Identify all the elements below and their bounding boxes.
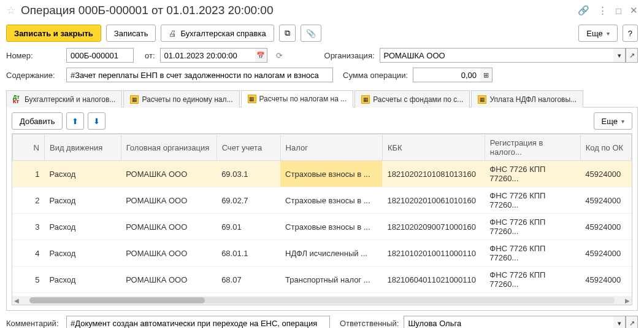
col-reg[interactable]: Регистрация в налого...	[485, 135, 580, 161]
cell-org[interactable]: РОМАШКА ООО	[121, 267, 217, 293]
org-dropdown-icon[interactable]: ▾	[613, 48, 626, 63]
cell-acct[interactable]: 69.01	[217, 214, 280, 240]
org-input[interactable]	[380, 48, 613, 63]
table-row[interactable]: 4РасходРОМАШКА ООО68.01.1НДФЛ исчисленны…	[13, 240, 632, 267]
cell-org[interactable]: РОМАШКА ООО	[121, 240, 217, 267]
table-row[interactable]: 1РасходРОМАШКА ООО69.03.1Страховые взнос…	[13, 161, 632, 187]
scroll-thumb[interactable]	[29, 297, 205, 303]
cell-code[interactable]: 45924000	[580, 267, 631, 293]
table-more-button[interactable]: Еще	[594, 112, 632, 130]
copy-button[interactable]: ⧉	[279, 25, 296, 42]
save-button[interactable]: Записать	[106, 25, 156, 42]
cell-code[interactable]: 45924000	[580, 161, 631, 187]
cell-type[interactable]: Расход	[44, 161, 121, 187]
cell-tax[interactable]: Транспортный налог ...	[280, 267, 382, 293]
attach-button[interactable]: 📎	[301, 25, 321, 42]
cell-code[interactable]: 45924000	[580, 214, 631, 240]
tab-2[interactable]: ▦Расчеты по налогам на ...	[241, 90, 354, 107]
cell-acct[interactable]: 68.07	[217, 267, 280, 293]
cell-org[interactable]: РОМАШКА ООО	[121, 214, 217, 240]
responsible-input[interactable]	[404, 316, 613, 328]
cell-reg[interactable]: ФНС 7726 КПП 77260...	[485, 214, 580, 240]
cell-kbk[interactable]: 18210202101081013160	[382, 161, 485, 187]
calc-icon: ▦	[248, 95, 256, 103]
tab-4[interactable]: ▦Уплата НДФЛ налоговы...	[471, 90, 583, 107]
cell-tax[interactable]: Страховые взносы в ...	[280, 161, 382, 187]
menu-icon[interactable]: ⋮	[598, 5, 607, 16]
cell-n[interactable]: 3	[13, 214, 45, 240]
cell-n[interactable]: 2	[13, 187, 45, 214]
report-button[interactable]: 🖨 Бухгалтерская справка	[161, 25, 274, 42]
table-row[interactable]: 5РасходРОМАШКА ООО68.07Транспортный нало…	[13, 267, 632, 293]
cell-acct[interactable]: 69.03.1	[217, 161, 280, 187]
col-org[interactable]: Головная организация	[121, 135, 217, 161]
more-button[interactable]: Еще	[578, 25, 617, 42]
cell-org[interactable]: РОМАШКА ООО	[121, 161, 217, 187]
tab-label: Расчеты по единому нал...	[142, 95, 232, 104]
cell-type[interactable]: Расход	[44, 240, 121, 267]
cell-acct[interactable]: 68.01.1	[217, 240, 280, 267]
cell-acct[interactable]: 69.02.7	[217, 187, 280, 214]
cell-code[interactable]: 45924000	[580, 187, 631, 214]
tab-0[interactable]: ДтКтБухгалтерский и налогов...	[6, 90, 122, 107]
cell-n[interactable]: 4	[13, 240, 45, 267]
close-icon[interactable]: ✕	[630, 5, 638, 16]
org-open-icon[interactable]: ↗	[626, 48, 638, 63]
table-row[interactable]: 3РасходРОМАШКА ООО69.01Страховые взносы …	[13, 214, 632, 240]
table-row[interactable]: 2РасходРОМАШКА ООО69.02.7Страховые взнос…	[13, 187, 632, 214]
save-close-button[interactable]: Записать и закрыть	[6, 25, 101, 42]
cell-tax[interactable]: Страховые взносы в ...	[280, 187, 382, 214]
cell-code[interactable]: 45924000	[580, 240, 631, 267]
tab-3[interactable]: ▦Расчеты с фондами по с...	[355, 90, 470, 107]
maximize-icon[interactable]: □	[616, 6, 621, 16]
sum-input[interactable]	[413, 68, 480, 82]
scroll-left-icon[interactable]: ◀	[12, 297, 21, 304]
tab-label: Расчеты по налогам на ...	[259, 95, 347, 103]
cell-kbk[interactable]: 18210604011021000110	[382, 267, 485, 293]
cell-n[interactable]: 5	[13, 267, 45, 293]
add-button[interactable]: Добавить	[12, 112, 63, 130]
tab-1[interactable]: ▦Расчеты по единому нал...	[123, 90, 239, 107]
favorite-icon[interactable]: ☆	[6, 4, 16, 17]
cell-tax[interactable]: Страховые взносы в ...	[280, 214, 382, 240]
col-acct[interactable]: Счет учета	[217, 135, 280, 161]
comment-label: Комментарий:	[6, 319, 61, 328]
col-tax[interactable]: Налог	[280, 135, 382, 161]
cell-reg[interactable]: ФНС 7726 КПП 77260...	[485, 187, 580, 214]
dt-kt-icon: ДтКт	[13, 95, 21, 104]
cell-kbk[interactable]: 18210202010061010160	[382, 187, 485, 214]
comment-input[interactable]	[66, 316, 330, 328]
refresh-icon[interactable]: ⟳	[276, 51, 283, 60]
cell-reg[interactable]: ФНС 7726 КПП 77260...	[485, 161, 580, 187]
responsible-dropdown-icon[interactable]: ▾	[613, 316, 626, 328]
responsible-open-icon[interactable]: ↗	[626, 316, 638, 328]
calculator-icon[interactable]: ⊞	[480, 68, 493, 82]
number-input[interactable]	[66, 48, 134, 63]
col-n[interactable]: N	[13, 135, 45, 161]
cell-reg[interactable]: ФНС 7726 КПП 77260...	[485, 267, 580, 293]
move-down-button[interactable]: ⬇	[88, 112, 105, 130]
content-input[interactable]	[66, 68, 333, 82]
calendar-icon[interactable]: 📅	[255, 48, 267, 63]
col-kbk[interactable]: КБК	[382, 135, 485, 161]
cell-kbk[interactable]: 18210202090071000160	[382, 214, 485, 240]
date-input[interactable]	[160, 48, 255, 63]
cell-type[interactable]: Расход	[44, 267, 121, 293]
help-button[interactable]: ?	[623, 25, 638, 42]
cell-tax[interactable]: НДФЛ исчисленный ...	[280, 240, 382, 267]
cell-type[interactable]: Расход	[44, 214, 121, 240]
content-label: Содержание:	[6, 71, 61, 80]
link-icon[interactable]: 🔗	[578, 5, 589, 16]
scroll-right-icon[interactable]: ▶	[623, 297, 632, 304]
col-code[interactable]: Код по ОК	[580, 135, 631, 161]
cell-org[interactable]: РОМАШКА ООО	[121, 187, 217, 214]
horizontal-scrollbar[interactable]: ◀ ▶	[12, 296, 632, 305]
cell-reg[interactable]: ФНС 7726 КПП 77260...	[485, 240, 580, 267]
cell-kbk[interactable]: 18210102010011000110	[382, 240, 485, 267]
cell-n[interactable]: 1	[13, 161, 45, 187]
report-button-label: Бухгалтерская справка	[180, 29, 266, 38]
move-up-button[interactable]: ⬆	[66, 112, 84, 130]
cell-type[interactable]: Расход	[44, 187, 121, 214]
col-type[interactable]: Вид движения	[44, 135, 121, 161]
org-label: Организация:	[324, 51, 375, 60]
